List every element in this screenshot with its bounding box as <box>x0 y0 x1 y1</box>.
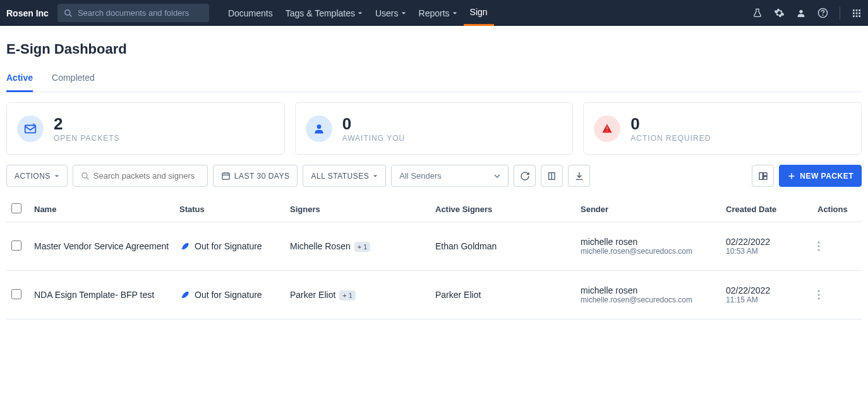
packet-search-input[interactable] <box>93 171 200 181</box>
svg-rect-15 <box>25 125 36 133</box>
dots-vertical-icon <box>817 241 820 251</box>
nav-reports[interactable]: Reports <box>413 0 464 26</box>
chevron-down-icon <box>358 11 363 16</box>
layout-button[interactable] <box>752 165 774 187</box>
signers-cell: Parker Eliot+ 1 <box>285 271 430 319</box>
col-sender: Sender <box>576 197 721 222</box>
chevron-down-icon <box>494 173 500 179</box>
tab-active[interactable]: Active <box>6 68 33 92</box>
help-icon[interactable] <box>817 8 828 18</box>
top-navbar: Rosen Inc Documents Tags & Templates Use… <box>0 0 868 26</box>
table-row[interactable]: Master Vendor Service Agreement Out for … <box>6 222 862 271</box>
svg-rect-24 <box>763 172 766 175</box>
row-menu-button[interactable] <box>817 277 857 312</box>
svg-point-30 <box>818 246 820 247</box>
packet-name: Master Vendor Service Agreement <box>29 222 174 271</box>
svg-point-5 <box>823 15 823 16</box>
svg-rect-11 <box>859 12 860 14</box>
select-all-checkbox[interactable] <box>11 203 21 213</box>
refresh-button[interactable] <box>514 165 536 187</box>
awaiting-label: AWAITING YOU <box>342 134 406 143</box>
new-packet-button[interactable]: NEW PACKET <box>779 165 862 187</box>
packets-table: Name Status Signers Active Signers Sende… <box>6 197 862 319</box>
nav-documents[interactable]: Documents <box>222 0 279 26</box>
signers-cell: Michelle Rosen+ 1 <box>285 222 430 271</box>
status-cell: Out for Signature <box>179 241 280 251</box>
col-created: Created Date <box>721 197 812 222</box>
search-icon <box>81 172 90 181</box>
search-icon <box>64 9 73 18</box>
global-search[interactable] <box>57 4 209 22</box>
person-icon <box>306 116 332 142</box>
svg-line-1 <box>69 14 72 16</box>
table-row[interactable]: NDA Esign Template- BFP test Out for Sig… <box>6 271 862 319</box>
address-book-button[interactable] <box>541 165 563 187</box>
svg-point-34 <box>818 294 820 296</box>
topbar-right <box>752 7 862 20</box>
col-signers: Signers <box>285 197 430 222</box>
nav-sign[interactable]: Sign <box>464 0 494 26</box>
svg-point-0 <box>65 9 70 15</box>
apps-icon[interactable] <box>852 8 862 18</box>
card-open-packets[interactable]: 2 OPEN PACKETS <box>6 102 285 155</box>
global-search-input[interactable] <box>78 8 203 18</box>
status-cell: Out for Signature <box>179 290 280 300</box>
labs-icon[interactable] <box>752 8 763 18</box>
date-cell: 02/22/202210:53 AM <box>721 222 812 271</box>
date-filter[interactable]: LAST 30 DAYS <box>213 165 298 187</box>
chevron-down-icon <box>54 174 59 179</box>
date-cell: 02/22/202211:15 AM <box>721 271 812 319</box>
dashboard-tabs: Active Completed <box>6 68 862 92</box>
layout-icon <box>758 171 768 181</box>
dots-vertical-icon <box>817 290 820 300</box>
sender-cell: michelle rosenmichelle.rosen@securedocs.… <box>576 222 721 271</box>
svg-rect-14 <box>859 15 860 17</box>
calendar-icon <box>221 171 231 181</box>
sender-cell: michelle rosenmichelle.rosen@securedocs.… <box>576 271 721 319</box>
svg-point-3 <box>799 9 802 13</box>
svg-point-17 <box>82 172 87 177</box>
feather-icon <box>179 241 190 251</box>
nav-users[interactable]: Users <box>369 0 413 26</box>
nav-tags[interactable]: Tags & Templates <box>279 0 369 26</box>
svg-rect-12 <box>853 15 855 17</box>
svg-rect-9 <box>853 12 855 14</box>
svg-line-18 <box>87 177 89 179</box>
svg-rect-25 <box>763 176 766 179</box>
more-badge: + 1 <box>339 290 356 300</box>
chevron-down-icon <box>452 11 457 16</box>
svg-point-31 <box>818 249 820 251</box>
row-checkbox[interactable] <box>11 289 21 299</box>
page-title: E-Sign Dashboard <box>6 41 862 57</box>
active-signers-cell: Ethan Goldman <box>430 222 576 271</box>
action-count: 0 <box>630 114 711 134</box>
alert-icon <box>594 116 620 142</box>
main-nav: Documents Tags & Templates Users Reports… <box>222 0 494 26</box>
download-button[interactable] <box>568 165 590 187</box>
col-actions: Actions <box>812 197 862 222</box>
svg-point-16 <box>316 124 321 129</box>
card-action-required[interactable]: 0 ACTION REQUIRED <box>583 102 862 155</box>
gear-icon[interactable] <box>774 8 785 18</box>
row-checkbox[interactable] <box>11 241 21 251</box>
plus-icon <box>787 172 796 181</box>
actions-dropdown[interactable]: ACTIONS <box>6 165 68 187</box>
chevron-down-icon <box>373 174 378 179</box>
svg-point-29 <box>818 242 820 244</box>
active-signers-cell: Parker Eliot <box>430 271 576 319</box>
sender-filter[interactable]: All Senders <box>391 165 509 187</box>
user-icon[interactable] <box>796 8 806 18</box>
filter-toolbar: ACTIONS LAST 30 DAYS ALL STATUSES All Se… <box>6 165 862 187</box>
packet-search[interactable] <box>73 165 208 187</box>
divider <box>840 7 840 20</box>
svg-rect-19 <box>222 173 229 179</box>
open-label: OPEN PACKETS <box>54 134 119 143</box>
card-awaiting-you[interactable]: 0 AWAITING YOU <box>295 102 574 155</box>
row-menu-button[interactable] <box>817 229 857 264</box>
svg-rect-10 <box>856 12 858 14</box>
tab-completed[interactable]: Completed <box>52 68 95 92</box>
status-filter[interactable]: ALL STATUSES <box>303 165 386 187</box>
awaiting-count: 0 <box>342 114 406 134</box>
svg-point-35 <box>818 298 820 300</box>
svg-rect-13 <box>856 15 858 17</box>
